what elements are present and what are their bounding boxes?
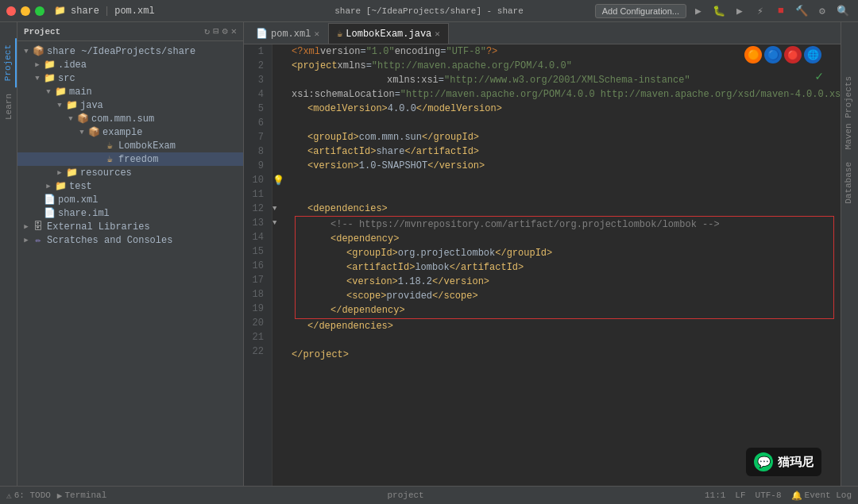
watermark-icon: 💬 bbox=[754, 452, 773, 471]
panel-tool-refresh[interactable]: ↻ bbox=[204, 25, 210, 37]
status-todo[interactable]: ⚠ 6: TODO bbox=[6, 491, 51, 501]
tab-bar: 📄 pom.xml ✕ ☕ LombokExam.java ✕ bbox=[244, 22, 841, 44]
settings-button[interactable]: ⚙ bbox=[814, 2, 831, 20]
run-button[interactable]: ▶ bbox=[690, 2, 707, 20]
panel-tool-settings[interactable]: ⚙ bbox=[222, 25, 228, 37]
sidebar-tab-learn[interactable]: Learn bbox=[2, 87, 16, 126]
app-project-name: 📁 share | pom.xml bbox=[54, 5, 155, 17]
code-line-15: <groupId>org.projectlombok</groupId> bbox=[299, 246, 830, 260]
class-icon-freedom: ☕ bbox=[103, 153, 116, 165]
opera-icon[interactable]: 🔴 bbox=[784, 46, 802, 63]
browser-icons-row: 🟠 🔵 🔴 🌐 bbox=[744, 46, 821, 63]
tree-item-test[interactable]: ▶ 📁 test bbox=[17, 179, 243, 193]
inspection-ok-indicator: ✓ bbox=[815, 68, 823, 84]
ln-19: 19 bbox=[244, 302, 267, 316]
tab-lombokexam[interactable]: ☕ LombokExam.java ✕ bbox=[328, 23, 449, 44]
tab-close-pom[interactable]: ✕ bbox=[314, 29, 319, 39]
tree-arrow-extlibs: ▶ bbox=[21, 222, 32, 231]
tab-icon-pom: 📄 bbox=[256, 28, 268, 40]
tree-item-freedom[interactable]: ▶ ☕ freedom bbox=[17, 152, 243, 166]
folder-icon-java: 📁 bbox=[65, 99, 78, 111]
sidebar-tab-project[interactable]: Project bbox=[1, 38, 17, 87]
tree-item-shareiml[interactable]: ▶ 📄 share.iml bbox=[17, 206, 243, 220]
status-eventlog[interactable]: 🔔 Event Log bbox=[791, 491, 852, 501]
code-line-11 bbox=[292, 187, 834, 202]
tab-close-lombok[interactable]: ✕ bbox=[435, 29, 440, 39]
tree-item-resources[interactable]: ▶ 📁 resources bbox=[17, 166, 243, 179]
code-editor[interactable]: 1 2 3 4 5 6 7 8 9 10 11 12 13 14 15 16 1 bbox=[244, 44, 841, 486]
debug-button[interactable]: 🐛 bbox=[710, 2, 728, 20]
tree-item-package-mmn[interactable]: ▼ 📦 com.mmn.sum bbox=[17, 112, 243, 125]
ln-22: 22 bbox=[244, 344, 267, 359]
ln-17: 17 bbox=[244, 273, 267, 287]
panel-tool-close[interactable]: ✕ bbox=[231, 25, 237, 37]
ln-1: 1 bbox=[244, 44, 267, 59]
tree-label-java: java bbox=[80, 100, 103, 111]
sidebar-tab-database[interactable]: Database bbox=[841, 156, 858, 210]
tree-item-idea[interactable]: ▶ 📁 .idea bbox=[17, 58, 243, 71]
tree-item-java[interactable]: ▼ 📁 java bbox=[17, 98, 243, 112]
status-right: 11:1 LF UTF-8 🔔 Event Log bbox=[705, 491, 852, 501]
tree-label-src: src bbox=[58, 73, 75, 84]
code-content[interactable]: <?xml version="1.0" encoding="UTF-8"?> <… bbox=[285, 44, 841, 486]
gutter-arrow-12: ▼ bbox=[272, 202, 285, 216]
run-with-coverage[interactable]: ▶ bbox=[731, 2, 748, 20]
code-line-17: <version>1.18.2</version> bbox=[299, 275, 830, 289]
line-numbers: 1 2 3 4 5 6 7 8 9 10 11 12 13 14 15 16 1 bbox=[244, 44, 272, 486]
status-lf[interactable]: LF bbox=[735, 491, 745, 500]
tree-arrow-src: ▼ bbox=[32, 75, 43, 83]
close-button[interactable] bbox=[6, 6, 16, 16]
eventlog-label: Event Log bbox=[805, 491, 852, 500]
minimize-button[interactable] bbox=[21, 6, 30, 16]
tab-label-lombok: LombokExam.java bbox=[346, 29, 431, 40]
gutter-arrow-13: ▼ bbox=[272, 216, 285, 230]
tree-item-main[interactable]: ▼ 📁 main bbox=[17, 85, 243, 98]
tree-item-example[interactable]: ▼ 📦 example bbox=[17, 125, 243, 139]
tree-label-main: main bbox=[69, 87, 92, 98]
search-everywhere-button[interactable]: 🔍 bbox=[834, 2, 852, 20]
status-terminal[interactable]: ▶ Terminal bbox=[57, 491, 106, 501]
stop-button[interactable]: ■ bbox=[772, 2, 790, 20]
ln-18: 18 bbox=[244, 287, 267, 302]
firefox-icon[interactable]: 🔵 bbox=[764, 46, 782, 63]
tree-item-share-root[interactable]: ▼ 📦 share ~/IdeaProjects/share bbox=[17, 44, 243, 58]
package-icon-mmn: 📦 bbox=[76, 113, 89, 125]
chrome-icon[interactable]: 🟠 bbox=[744, 46, 762, 63]
tree-label-idea: .idea bbox=[58, 60, 87, 71]
ln-20: 20 bbox=[244, 316, 267, 330]
build-button[interactable]: 🔨 bbox=[793, 2, 810, 20]
code-line-4: xsi:schemaLocation="http://maven.apache.… bbox=[292, 87, 834, 102]
tree-item-scratches[interactable]: ▶ ✏ Scratches and Consoles bbox=[17, 233, 243, 247]
panel-title: Project bbox=[24, 27, 60, 37]
panel-tool-collapse[interactable]: ⊟ bbox=[213, 25, 218, 37]
fullscreen-button[interactable] bbox=[35, 6, 44, 16]
status-position[interactable]: 11:1 bbox=[705, 491, 725, 500]
window-title: share [~/IdeaProjects/share] - share bbox=[334, 6, 524, 16]
code-line-18: <scope>provided</scope> bbox=[299, 289, 830, 303]
ln-21: 21 bbox=[244, 330, 267, 344]
tree-label-pomxml: pom.xml bbox=[58, 194, 98, 206]
profile-button[interactable]: ⚡ bbox=[752, 2, 769, 20]
tree-item-src[interactable]: ▼ 📁 src bbox=[17, 71, 243, 85]
tab-pomxml[interactable]: 📄 pom.xml ✕ bbox=[247, 23, 328, 44]
status-center: project bbox=[116, 491, 695, 500]
tree-item-extlibs[interactable]: ▶ 🗄 External Libraries bbox=[17, 220, 243, 233]
tree-label-example: example bbox=[102, 127, 142, 138]
add-configuration-button[interactable]: Add Configuration... bbox=[595, 4, 686, 18]
tree-label-mmn: com.mmn.sum bbox=[91, 113, 154, 125]
sidebar-tab-maven[interactable]: Maven Projects bbox=[841, 70, 858, 156]
tree-label-scratches: Scratches and Consoles bbox=[47, 235, 172, 246]
status-encoding[interactable]: UTF-8 bbox=[756, 491, 782, 500]
tree-item-pomxml[interactable]: ▶ 📄 pom.xml bbox=[17, 193, 243, 206]
tree-item-lombokexam[interactable]: ▶ ☕ LombokExam bbox=[17, 139, 243, 152]
code-line-14: <dependency> bbox=[299, 232, 830, 246]
terminal-icon: ▶ bbox=[57, 491, 63, 501]
panel-tools: ↻ ⊟ ⚙ ✕ bbox=[204, 25, 237, 37]
watermark: 💬 猫玛尼 bbox=[746, 448, 821, 476]
edge-icon[interactable]: 🌐 bbox=[804, 46, 821, 63]
code-line-9: <version>1.0-SNAPSHOT</version> bbox=[292, 159, 834, 173]
eventlog-icon: 🔔 bbox=[791, 491, 802, 501]
code-line-20: </dependencies> bbox=[292, 319, 834, 333]
tree-arrow-main: ▼ bbox=[43, 88, 54, 96]
package-icon-example: 📦 bbox=[87, 126, 100, 138]
